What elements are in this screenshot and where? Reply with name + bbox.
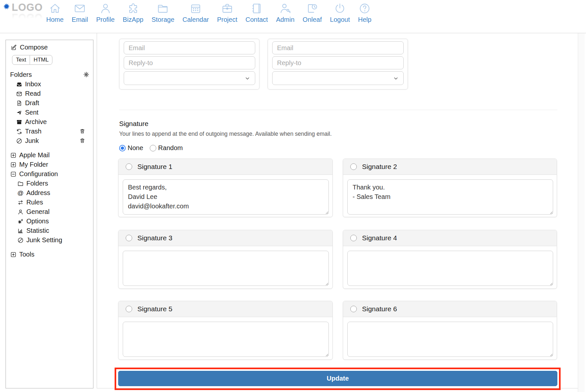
config-item-rules[interactable]: Rules <box>6 198 93 207</box>
user-key-icon <box>279 2 291 15</box>
folder-label: Inbox <box>25 80 41 88</box>
gear-icon[interactable] <box>83 71 90 78</box>
tree-label: Tools <box>19 251 35 258</box>
signature-1-textarea[interactable]: Best regards, David Lee david@lookafter.… <box>123 179 329 215</box>
signature-3-radio[interactable] <box>126 235 132 241</box>
sidebar-item-inbox[interactable]: Inbox <box>6 79 93 89</box>
content-left-border <box>97 33 97 388</box>
nav-item-profile[interactable]: Profile <box>96 2 115 23</box>
nav-label: Help <box>358 16 371 23</box>
email-field[interactable] <box>272 41 404 54</box>
signature-4-textarea[interactable] <box>347 251 553 286</box>
signature-mode-radios: None Random <box>119 144 187 152</box>
identity-select[interactable] <box>124 71 255 85</box>
signature-2-radio[interactable] <box>350 163 357 170</box>
signature-panel-6: Signature 6 <box>343 301 557 360</box>
reply-to-field[interactable] <box>272 56 404 69</box>
nav-item-help[interactable]: Help <box>358 2 371 23</box>
logo-text: LOGO <box>12 3 43 12</box>
signature-4-radio[interactable] <box>350 235 357 241</box>
radio-none[interactable] <box>119 145 126 151</box>
update-button[interactable]: Update <box>118 371 557 386</box>
signature-section-subtitle: Your lines to append at the end of outgo… <box>119 131 332 137</box>
minus-box-icon <box>10 171 17 177</box>
tree-item-configuration[interactable]: Configuration <box>6 169 93 179</box>
radio-random-label: Random <box>158 144 183 152</box>
tree-label: My Folder <box>19 161 48 168</box>
signature-6-textarea[interactable] <box>347 322 553 357</box>
envelope-icon <box>74 2 86 15</box>
config-item-options[interactable]: Options <box>6 217 93 226</box>
signature-panel-4: Signature 4 <box>343 230 557 289</box>
scrollbar-track[interactable] <box>578 33 585 392</box>
recycle-icon <box>16 128 22 135</box>
signature-2-textarea[interactable]: Thank you. - Sales Team <box>347 179 553 215</box>
sidebar-item-sent[interactable]: Sent <box>6 108 93 117</box>
identity-card-1 <box>119 39 259 90</box>
signature-1-radio[interactable] <box>126 163 132 170</box>
nav-item-admin[interactable]: Admin <box>276 2 295 23</box>
nav-label: Email <box>72 16 88 23</box>
inbox-icon <box>16 81 22 88</box>
nav-label: Home <box>46 16 63 23</box>
signature-5-radio[interactable] <box>126 306 132 312</box>
config-item-general[interactable]: General <box>6 207 93 217</box>
config-label: General <box>26 208 49 216</box>
calendar-icon <box>189 2 202 15</box>
tree-item-tools[interactable]: Tools <box>6 250 93 259</box>
signature-panel-label: Signature 5 <box>137 305 172 313</box>
nav-item-home[interactable]: Home <box>46 2 63 23</box>
config-item-address[interactable]: @ Address <box>6 188 93 198</box>
nav-item-calendar[interactable]: Calendar <box>183 2 209 23</box>
gears-icon <box>17 218 24 225</box>
signature-panel-label: Signature 6 <box>362 305 397 313</box>
nav-item-storage[interactable]: Storage <box>151 2 174 23</box>
nav-label: Contact <box>245 16 268 23</box>
compose-button[interactable]: Compose <box>6 43 93 52</box>
config-item-statistic[interactable]: Statistic <box>6 226 93 235</box>
signature-panel-label: Signature 3 <box>137 234 172 242</box>
signature-panel-label: Signature 1 <box>137 163 172 171</box>
nav-item-project[interactable]: Project <box>217 2 237 23</box>
email-field[interactable] <box>124 41 255 54</box>
signature-5-textarea[interactable] <box>123 322 329 357</box>
nav-item-email[interactable]: Email <box>72 2 88 23</box>
top-navigation: Home Email Profile BizApp Storage Calend… <box>46 2 371 23</box>
folder-label: Read <box>25 90 41 97</box>
archive-icon <box>16 119 22 125</box>
nav-item-onleaf[interactable]: Onleaf <box>303 2 322 23</box>
signature-6-radio[interactable] <box>350 306 357 312</box>
at-icon: @ <box>17 189 24 197</box>
tree-item-my-folder[interactable]: My Folder <box>6 160 93 169</box>
identity-select[interactable] <box>272 71 404 85</box>
folder-label: Junk <box>25 137 39 145</box>
nav-item-bizapp[interactable]: BizApp <box>123 2 143 23</box>
sidebar-item-trash[interactable]: Trash <box>6 127 93 136</box>
signature-panel-header: Signature 2 <box>343 159 557 175</box>
html-mode-button[interactable]: HTML <box>30 55 52 64</box>
mail-open-icon <box>16 91 22 97</box>
sidebar-item-junk[interactable]: Junk <box>6 136 93 146</box>
signature-3-textarea[interactable] <box>123 251 329 286</box>
radio-random[interactable] <box>150 145 156 151</box>
reply-to-field[interactable] <box>124 56 255 69</box>
tree-item-apple-mail[interactable]: Apple Mail <box>6 150 93 160</box>
config-item-junk-setting[interactable]: Junk Setting <box>6 235 93 245</box>
trash-icon[interactable] <box>79 128 85 134</box>
trash-icon[interactable] <box>79 138 85 144</box>
sidebar-item-read[interactable]: Read <box>6 89 93 98</box>
nav-label: Profile <box>96 16 115 23</box>
signature-panel-header: Signature 3 <box>119 230 332 246</box>
block-icon <box>17 237 24 244</box>
nav-item-contact[interactable]: Contact <box>245 2 268 23</box>
sidebar-item-archive[interactable]: Archive <box>6 117 93 127</box>
logo: LOGO LOGO <box>12 3 43 22</box>
nav-label: BizApp <box>123 16 143 23</box>
config-label: Rules <box>26 199 43 206</box>
config-item-folders[interactable]: Folders <box>6 179 93 188</box>
header-divider <box>0 33 586 33</box>
text-mode-button[interactable]: Text <box>12 55 30 64</box>
sidebar-item-draft[interactable]: Draft <box>6 98 93 108</box>
nav-item-logout[interactable]: Logout <box>330 2 350 23</box>
signature-panel-3: Signature 3 <box>118 230 333 289</box>
